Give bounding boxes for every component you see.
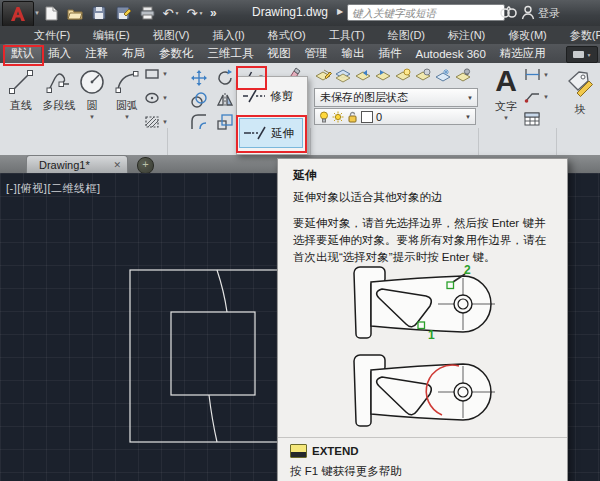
plot-icon[interactable] (138, 4, 156, 22)
rectangle-caret-icon[interactable]: ▼ (162, 71, 168, 77)
ribbon-tab-parametric[interactable]: 参数化 (152, 44, 201, 63)
extend-menu-item[interactable]: 延伸 (239, 118, 303, 148)
menu-tools[interactable]: 工具(T) (329, 28, 365, 43)
circle-caret-icon[interactable]: ▼ (89, 114, 95, 120)
ribbon-tab-insert[interactable]: 插入 (41, 44, 78, 63)
menu-edit[interactable]: 编辑(E) (93, 28, 130, 43)
dimension-tool-button[interactable]: ▼ (524, 68, 549, 81)
ribbon-tab-a360[interactable]: Autodesk 360 (409, 46, 493, 62)
text-caret-icon[interactable]: ▼ (489, 115, 523, 121)
tooltip-subtitle: 延伸对象以适合其他对象的边 (293, 190, 443, 205)
ellipse-icon (144, 91, 160, 105)
ribbon-tab-home[interactable]: 默认 (4, 44, 41, 63)
mirror-tool-button[interactable] (216, 91, 234, 113)
layer-off-icon[interactable] (455, 67, 472, 84)
layer-thaw-sun-icon[interactable] (332, 111, 344, 123)
search-category-arrow-icon[interactable]: ▶ (337, 7, 343, 16)
leader-tool-button[interactable]: ▼ (524, 90, 549, 103)
new-file-icon[interactable] (42, 4, 60, 22)
viewport-controls-label[interactable]: [-][俯视][二维线框] (6, 181, 101, 196)
camera-icon (573, 51, 584, 58)
new-tab-button[interactable]: + (137, 157, 154, 174)
copy-tool-button[interactable] (190, 91, 208, 113)
dimension-caret-icon[interactable]: ▼ (543, 72, 549, 78)
hatch-caret-icon[interactable]: ▼ (162, 119, 168, 125)
arc-tool-button[interactable]: 圆弧 ▼ (110, 68, 144, 120)
tooltip-illustration: 2 1 (330, 263, 525, 435)
layer-properties-icon[interactable] (315, 67, 332, 84)
circle-icon (78, 68, 106, 96)
layer-on-bulb-icon[interactable] (319, 111, 329, 123)
layer-match-icon[interactable] (335, 67, 352, 84)
save-as-icon[interactable] (114, 4, 132, 22)
ribbon-tab-layout[interactable]: 布局 (115, 44, 152, 63)
ribbon-tab-row: 默认 插入 注释 布局 参数化 三维工具 视图 管理 输出 插件 Autodes… (0, 44, 600, 63)
ribbon-tab-manage[interactable]: 管理 (298, 44, 335, 63)
insert-block-button[interactable]: 块 (564, 69, 596, 117)
layer-previous-icon[interactable] (355, 67, 372, 84)
menu-file[interactable]: 文件(F) (34, 28, 70, 43)
circle-tool-button[interactable]: 圆 ▼ (76, 68, 108, 120)
menu-insert[interactable]: 插入(I) (212, 28, 244, 43)
ribbon-tab-annotate[interactable]: 注释 (78, 44, 115, 63)
table-tool-button[interactable] (524, 112, 540, 130)
block-label: 块 (564, 102, 596, 117)
move-tool-button[interactable] (190, 69, 208, 91)
ribbon-tab-featured[interactable]: 精选应用 (493, 44, 553, 63)
infocenter-search-input[interactable] (347, 4, 505, 21)
layer-state-dropdown[interactable]: 未保存的图层状态 ▼ (314, 88, 478, 107)
undo-caret-icon[interactable]: ▼ (174, 10, 179, 16)
layer-isolate-icon[interactable] (395, 67, 412, 84)
extend-menu-icon (243, 126, 267, 140)
ribbon-tab-output[interactable]: 输出 (335, 44, 372, 63)
leader-caret-icon[interactable]: ▼ (543, 94, 549, 100)
undo-button[interactable]: ↶▼ (162, 4, 180, 22)
text-tool-button[interactable]: A 文字 ▼ (489, 66, 523, 121)
menu-parametric[interactable]: 参数(P) (570, 28, 600, 43)
media-browser-button[interactable]: ▼ (566, 46, 598, 63)
menu-view[interactable]: 视图(V) (153, 28, 190, 43)
menu-modify[interactable]: 修改(M) (508, 28, 547, 43)
layer-dropdown[interactable]: 0 ▼ (314, 108, 476, 125)
layer-caret-icon[interactable]: ▼ (465, 114, 475, 120)
layer-unisolate-icon[interactable] (415, 67, 432, 84)
drawing-file-tab[interactable]: Drawing1* ✕ (26, 155, 128, 173)
hatch-tool-button[interactable]: ▼ (144, 115, 168, 129)
trim-menu-item[interactable]: 修剪 (239, 81, 303, 111)
line-tool-button[interactable]: 直线 (4, 68, 38, 113)
layer-state-caret-icon[interactable]: ▼ (467, 95, 477, 101)
logo-dropdown-caret-icon[interactable]: ▼ (34, 10, 40, 16)
menu-dimension[interactable]: 标注(N) (448, 28, 485, 43)
rotate-tool-button[interactable] (216, 69, 234, 91)
layer-color-swatch[interactable] (361, 111, 373, 123)
arc-segment-top[interactable] (217, 270, 227, 312)
arc-segment-bottom[interactable] (209, 395, 217, 442)
bracket-before: 2 1 (354, 263, 495, 342)
save-icon[interactable] (90, 4, 108, 22)
polyline-tool-button[interactable]: 多段线 (39, 68, 79, 113)
ellipse-tool-button[interactable]: ▼ (144, 91, 168, 105)
search-binoculars-icon[interactable] (500, 5, 517, 23)
ribbon-tab-plugins[interactable]: 插件 (372, 44, 409, 63)
autocad-logo[interactable] (2, 1, 34, 27)
open-file-icon[interactable] (66, 4, 84, 22)
inner-rectangle[interactable] (171, 312, 255, 395)
ellipse-caret-icon[interactable]: ▼ (162, 95, 168, 101)
ribbon-tab-view[interactable]: 视图 (261, 44, 298, 63)
user-icon[interactable] (521, 5, 535, 24)
media-caret-icon: ▼ (587, 52, 592, 58)
menu-format[interactable]: 格式(O) (268, 28, 306, 43)
sign-in-link[interactable]: 登录 (538, 6, 560, 21)
layer-freeze-icon[interactable] (435, 67, 452, 84)
leader-icon (524, 90, 541, 103)
layer-walk-icon[interactable] (375, 67, 392, 84)
menu-draw[interactable]: 绘图(D) (388, 28, 425, 43)
extend-menu-label: 延伸 (271, 126, 294, 141)
fillet-tool-button[interactable] (190, 113, 208, 135)
tab-close-icon[interactable]: ✕ (113, 160, 121, 170)
ribbon-tab-3dtools[interactable]: 三维工具 (201, 44, 261, 63)
arc-caret-icon[interactable]: ▼ (124, 114, 130, 120)
scale-tool-button[interactable] (216, 113, 234, 135)
rectangle-tool-button[interactable]: ▼ (144, 67, 168, 81)
layer-unlock-icon[interactable] (347, 111, 358, 123)
